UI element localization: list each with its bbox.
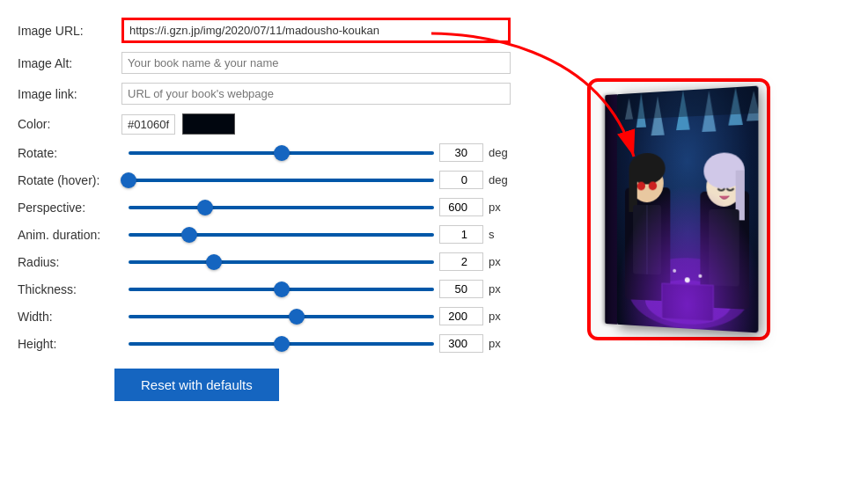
image-url-value: https://i.gzn.jp/img/2020/07/11/madousho… xyxy=(129,24,379,37)
width-unit: px xyxy=(489,310,511,323)
book-preview-wrapper xyxy=(587,78,770,340)
width-slider-track[interactable] xyxy=(129,308,434,325)
image-link-input[interactable] xyxy=(121,83,511,105)
rotate-hover-row: Rotate (hover): deg xyxy=(18,171,511,189)
book-art xyxy=(616,86,758,333)
radius-slider-track[interactable] xyxy=(129,253,434,271)
width-track xyxy=(129,315,434,318)
width-number-input[interactable] xyxy=(439,307,483,325)
anim-duration-row: Anim. duration: s xyxy=(18,225,511,244)
radius-unit: px xyxy=(489,255,511,268)
radius-row: Radius: px xyxy=(18,252,511,271)
image-link-label: Image link: xyxy=(18,87,114,101)
image-url-row: Image URL: https://i.gzn.jp/img/2020/07/… xyxy=(18,18,511,43)
rotate-hover-thumb[interactable] xyxy=(121,172,136,188)
image-alt-label: Image Alt: xyxy=(18,56,114,70)
perspective-thumb[interactable] xyxy=(197,200,213,215)
rotate-number-input[interactable] xyxy=(439,143,483,162)
book-cover xyxy=(616,86,758,333)
radius-label: Radius: xyxy=(18,255,123,269)
thickness-label: Thickness: xyxy=(18,282,123,296)
rotate-row: Rotate: deg xyxy=(18,143,511,162)
color-row: Color: #01060f xyxy=(18,113,511,135)
rotate-track xyxy=(129,151,434,155)
anim-duration-slider-track[interactable] xyxy=(129,226,434,244)
rotate-hover-unit: deg xyxy=(489,173,511,186)
perspective-label: Perspective: xyxy=(18,201,123,215)
left-panel: Image URL: https://i.gzn.jp/img/2020/07/… xyxy=(18,18,511,401)
rotate-slider-track[interactable] xyxy=(129,144,434,162)
color-label: Color: xyxy=(18,117,114,131)
height-track xyxy=(129,342,434,346)
width-thumb[interactable] xyxy=(289,309,305,325)
book-spine xyxy=(605,94,616,324)
thickness-track xyxy=(129,288,434,291)
height-label: Height: xyxy=(18,337,123,351)
rotate-unit: deg xyxy=(489,146,511,159)
rotate-hover-track xyxy=(129,179,434,182)
width-row: Width: px xyxy=(18,307,511,325)
perspective-track xyxy=(129,206,434,209)
book-3d xyxy=(605,86,758,333)
perspective-number-input[interactable] xyxy=(439,198,483,216)
rotate-hover-label: Rotate (hover): xyxy=(18,173,123,187)
height-thumb[interactable] xyxy=(274,336,290,352)
perspective-unit: px xyxy=(489,201,511,214)
right-panel xyxy=(528,18,828,401)
image-alt-input[interactable] xyxy=(121,52,511,74)
image-url-label: Image URL: xyxy=(18,24,114,38)
rotate-hover-number-input[interactable] xyxy=(439,171,483,189)
thickness-number-input[interactable] xyxy=(439,280,483,298)
color-hex-value[interactable]: #01060f xyxy=(121,114,175,135)
reset-button[interactable]: Reset with defaults xyxy=(114,369,279,401)
height-slider-track[interactable] xyxy=(129,335,434,353)
height-number-input[interactable] xyxy=(439,334,483,353)
radius-number-input[interactable] xyxy=(439,252,483,271)
thickness-thumb[interactable] xyxy=(274,281,290,297)
perspective-row: Perspective: px xyxy=(18,198,511,216)
thickness-row: Thickness: px xyxy=(18,280,511,298)
anim-duration-number-input[interactable] xyxy=(439,225,483,244)
anim-duration-track xyxy=(129,233,434,237)
image-link-row: Image link: xyxy=(18,83,511,105)
image-url-field[interactable]: https://i.gzn.jp/img/2020/07/11/madousho… xyxy=(121,18,511,43)
rotate-hover-slider-track[interactable] xyxy=(129,172,434,189)
rotate-label: Rotate: xyxy=(18,146,123,160)
image-alt-row: Image Alt: xyxy=(18,52,511,74)
radius-track xyxy=(129,260,434,264)
perspective-slider-track[interactable] xyxy=(129,199,434,216)
height-row: Height: px xyxy=(18,334,511,353)
thickness-unit: px xyxy=(489,282,511,296)
width-label: Width: xyxy=(18,310,123,324)
anim-duration-label: Anim. duration: xyxy=(18,228,123,242)
height-unit: px xyxy=(489,337,511,350)
color-swatch[interactable] xyxy=(182,113,235,135)
anim-duration-unit: s xyxy=(489,228,511,241)
anim-duration-thumb[interactable] xyxy=(181,227,197,243)
main-container: Image URL: https://i.gzn.jp/img/2020/07/… xyxy=(9,9,837,410)
radius-thumb[interactable] xyxy=(206,254,222,270)
svg-rect-27 xyxy=(616,86,758,333)
rotate-thumb[interactable] xyxy=(274,145,290,161)
thickness-slider-track[interactable] xyxy=(129,281,434,298)
